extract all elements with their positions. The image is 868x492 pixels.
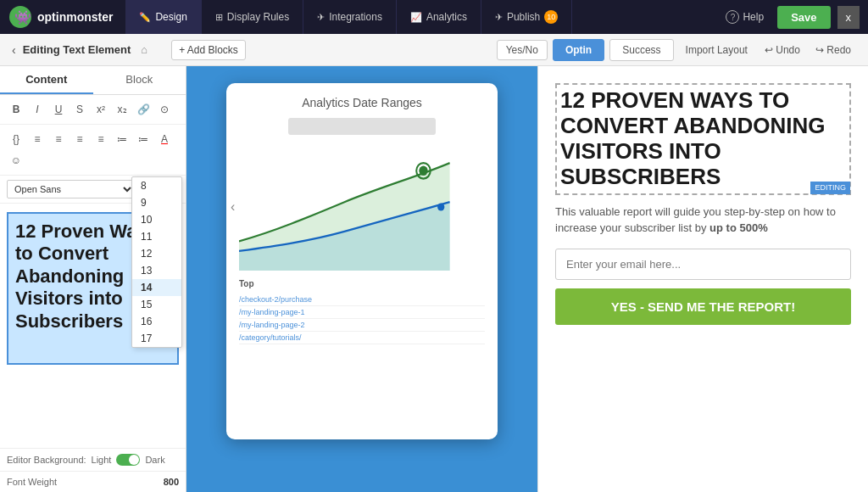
nav-item-display-rules[interactable]: ⊞ Display Rules [202, 0, 303, 34]
font-size-option-17[interactable]: 17 [132, 330, 181, 347]
toggle-knob [129, 455, 139, 465]
align-left-button[interactable]: ≡ [28, 130, 47, 148]
editing-badge: Editing [810, 182, 850, 193]
nav-item-analytics[interactable]: 📈 Analytics [397, 0, 481, 34]
chart-icon: 📈 [410, 12, 422, 23]
close-button[interactable]: x [837, 6, 860, 29]
font-size-option-9[interactable]: 9 [132, 194, 181, 211]
nav-publish-label: Publish [507, 11, 540, 23]
font-size-option-16[interactable]: 16 [132, 313, 181, 330]
toggle-track[interactable] [116, 454, 140, 466]
panel-tabs: Content Block [0, 66, 186, 95]
font-weight-row: Font Weight 800 [0, 471, 186, 492]
nav-design-label: Design [155, 11, 186, 23]
svg-point-2 [419, 166, 427, 176]
chart-date-placeholder [288, 118, 436, 135]
list-item: /category/tutorials/ [239, 332, 485, 344]
bold-button[interactable]: B [7, 100, 25, 119]
font-size-option-15[interactable]: 15 [132, 296, 181, 313]
nav-item-integrations[interactable]: ✈ Integrations [303, 0, 397, 34]
toolbar-row-2: {} ≡ ≡ ≡ ≡ ≔ ≔ A ☺ [0, 125, 186, 176]
app-logo: 👾 optinmonster [8, 5, 125, 29]
help-label: Help [743, 11, 764, 23]
emoji-button[interactable]: ☺ [7, 151, 25, 170]
success-tab-button[interactable]: Success [609, 39, 673, 61]
nav-integrations-label: Integrations [329, 11, 382, 23]
unordered-list-button[interactable]: ≔ [134, 130, 153, 148]
optin-headline[interactable]: 12 PROVEN WAYS TO CONVERT ABANDONING VIS… [555, 83, 851, 195]
light-label: Light [92, 455, 112, 465]
nav-items-group: ✏️ Design ⊞ Display Rules ✈ Integrations… [125, 0, 719, 34]
back-arrow-icon[interactable]: ‹ [12, 43, 16, 57]
chart-area: ‹ [239, 143, 485, 271]
nav-right-actions: ? Help Save x [719, 6, 860, 29]
optin-tab-button[interactable]: Optin [553, 39, 604, 61]
help-button[interactable]: ? Help [719, 7, 771, 27]
align-right-button[interactable]: ≡ [70, 130, 89, 148]
nav-analytics-label: Analytics [426, 11, 467, 23]
redo-button[interactable]: ↪ Redo [810, 41, 856, 59]
strikethrough-button[interactable]: S [70, 100, 89, 119]
send-icon: ✈ [495, 12, 503, 23]
tab-block[interactable]: Block [93, 66, 186, 94]
chart-arrow-left-icon[interactable]: ‹ [231, 199, 235, 215]
align-justify-button[interactable]: ≡ [92, 130, 110, 148]
italic-button[interactable]: I [28, 100, 47, 119]
text-color-button[interactable]: A [155, 130, 174, 148]
list-item: /my-landing-page-1 [239, 306, 485, 319]
nav-item-design[interactable]: ✏️ Design [125, 0, 201, 34]
font-size-option-8[interactable]: 8 [132, 177, 181, 194]
nav-item-publish[interactable]: ✈ Publish 10 [481, 0, 572, 34]
font-size-option-11[interactable]: 11 [132, 228, 181, 245]
link-button[interactable]: 🔗 [134, 100, 153, 119]
superscript-button[interactable]: x² [92, 100, 110, 119]
url-list: /checkout-2/purchase /my-landing-page-1 … [239, 294, 485, 344]
font-size-option-14[interactable]: 14 [132, 279, 181, 296]
yes-no-button[interactable]: Yes/No [497, 40, 548, 60]
tab-content[interactable]: Content [0, 66, 93, 94]
braces-button[interactable]: {} [7, 130, 25, 148]
subtext-before: This valuable report will guide you step… [555, 205, 836, 235]
sub-navigation: ‹ Editing Text Element ⌂ + Add Blocks Ye… [0, 34, 868, 66]
theme-toggle[interactable] [116, 454, 140, 466]
plane-icon: ✈ [317, 12, 325, 23]
ordered-list-button[interactable]: ≔ [113, 130, 131, 148]
app-logo-text: optinmonster [37, 10, 113, 24]
subscript-button[interactable]: x₂ [113, 100, 131, 119]
sub-nav-center: + Add Blocks [171, 40, 246, 60]
special-char-button[interactable]: ⊙ [155, 100, 174, 119]
add-blocks-button[interactable]: + Add Blocks [171, 40, 246, 60]
canvas-card-title: Analytics Date Ranges [239, 96, 485, 109]
list-item: /my-landing-page-2 [239, 319, 485, 332]
font-size-dropdown: 8 9 10 11 12 13 14 15 16 17 [131, 176, 182, 348]
font-size-option-13[interactable]: 13 [132, 262, 181, 279]
font-size-option-10[interactable]: 10 [132, 211, 181, 228]
import-layout-button[interactable]: Import Layout [679, 41, 754, 59]
align-center-button[interactable]: ≡ [49, 130, 68, 148]
analytics-chart [239, 143, 485, 271]
cta-button[interactable]: YES - Send me the Report! [555, 288, 851, 325]
top-navigation: 👾 optinmonster ✏️ Design ⊞ Display Rules… [0, 0, 868, 34]
undo-button[interactable]: ↩ Undo [760, 41, 805, 59]
font-weight-label: Font Weight [7, 477, 57, 487]
subtext-bold: up to 500% [709, 221, 768, 234]
email-input-field[interactable] [555, 249, 851, 280]
publish-badge: 10 [544, 10, 558, 24]
sub-nav-right: Yes/No Optin Success Import Layout ↩ Und… [497, 39, 856, 61]
font-weight-value: 800 [164, 477, 179, 487]
nav-display-rules-label: Display Rules [227, 11, 289, 23]
toolbar-row-1: B I U S x² x₂ 🔗 ⊙ [0, 95, 186, 125]
optin-subtext: This valuable report will guide you step… [555, 204, 851, 237]
monster-logo-icon: 👾 [8, 5, 32, 29]
save-button[interactable]: Save [777, 6, 830, 29]
editing-title: Editing Text Element [23, 43, 131, 56]
font-family-select[interactable]: Open Sans Arial Georgia [7, 180, 135, 198]
dark-label: Dark [145, 455, 164, 465]
svg-point-4 [437, 203, 444, 210]
home-icon[interactable]: ⌂ [141, 43, 147, 56]
pencil-icon: ✏️ [139, 12, 151, 23]
grid-icon: ⊞ [215, 12, 223, 23]
chart-top-label: Top [239, 279, 485, 288]
font-size-option-12[interactable]: 12 [132, 245, 181, 262]
underline-button[interactable]: U [49, 100, 68, 119]
